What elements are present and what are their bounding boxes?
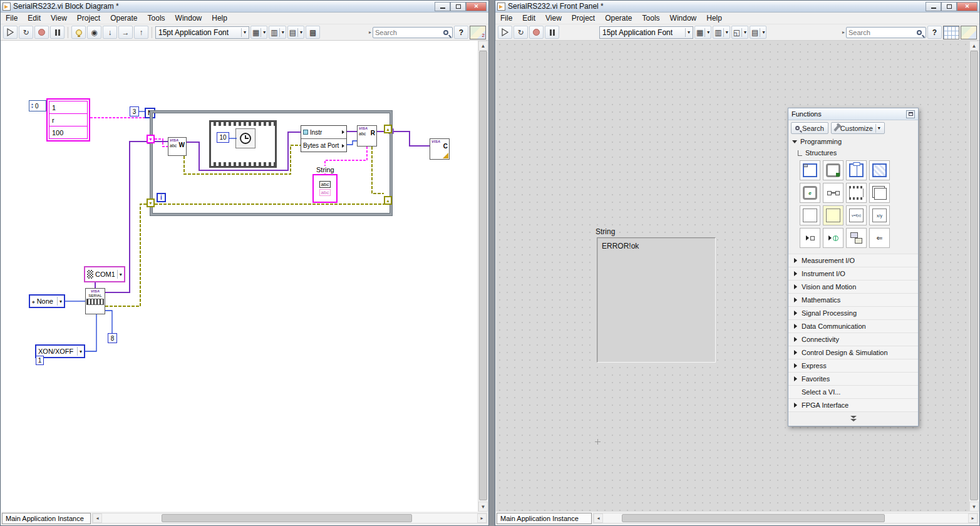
minimize-button[interactable] [435,2,450,11]
palette-search-button[interactable]: Search [791,122,828,134]
palette-subpalette-structures[interactable]: Structures [788,147,918,158]
resize-objects-button[interactable]: ◱▾ [731,26,748,39]
step-over-button[interactable]: → [118,26,133,39]
shared-variable-icon[interactable] [823,183,843,203]
wait-ms-function[interactable] [235,128,255,148]
menu-file[interactable]: File [1,13,23,24]
context-help-button[interactable]: ? [927,26,942,39]
context-help-button[interactable]: ? [454,26,468,39]
visa-read-function[interactable]: VISA abc R [357,125,377,147]
menu-edit[interactable]: Edit [517,13,540,24]
reorder-objects-button[interactable]: ▤▾ [287,26,304,39]
menu-tools[interactable]: Tools [143,13,170,24]
align-objects-button[interactable]: ▦▾ [694,26,711,39]
shift-register-left-string[interactable]: ▼ [147,135,155,143]
scrollbar-thumb[interactable] [479,51,487,500]
menu-tools[interactable]: Tools [637,13,665,24]
palette-expand-button[interactable] [788,411,918,426]
diagram-disable-icon[interactable] [800,205,820,225]
close-button[interactable]: ✕ [466,2,487,11]
scroll-right-button[interactable]: ▸ [968,513,977,523]
application-instance-selector[interactable]: Main Application Instance [497,513,592,524]
menu-view[interactable]: View [540,13,567,24]
property-node-bytes-at-port[interactable]: Instr Bytes at Port [301,125,347,152]
global-variable-icon[interactable] [823,228,843,248]
wire-flow-control[interactable] [85,314,96,351]
front-panel-canvas[interactable]: String ERROR!ok Functions Search Customi… [496,41,970,512]
menu-project[interactable]: Project [72,13,105,24]
local-variable-icon[interactable] [800,228,820,248]
decorations-icon[interactable] [846,228,867,248]
wire-error[interactable] [105,204,147,306]
while-loop-icon[interactable] [823,160,843,180]
conditional-disable-icon[interactable]: x/y [869,205,890,225]
string-indicator-terminal[interactable]: abc abc [312,174,338,203]
menu-help[interactable]: Help [701,13,727,24]
visa-resource-name-constant[interactable]: COM1 ▾ [84,266,125,282]
clean-up-diagram-button[interactable]: ▩ [306,26,320,39]
block-diagram-titlebar[interactable]: SerialRS232.vi Block Diagram * ✕ [1,1,488,13]
visa-close-function[interactable]: VISA C [430,138,450,160]
shift-register-right-error[interactable]: ▲ [384,196,392,205]
shift-register-right-error[interactable]: ▲ [384,125,392,133]
palette-category-instrument-io[interactable]: Instrument I/O [788,267,918,280]
menu-file[interactable]: File [495,13,517,24]
functions-palette[interactable]: Functions Search Customize ▾ [788,108,919,426]
palette-category-programming[interactable]: Programming [788,136,918,147]
palette-category-mathematics[interactable]: Mathematics [788,293,918,306]
property-node-header[interactable]: Instr [301,126,346,139]
menu-project[interactable]: Project [567,13,600,24]
highlight-execution-button[interactable] [71,26,86,39]
run-button[interactable] [3,26,18,39]
array-index-box[interactable]: ▲▼ 0 [29,100,46,111]
palette-customize-button[interactable]: Customize ▾ [831,122,885,134]
scroll-down-button[interactable]: ▼ [478,502,488,512]
property-node-property-row[interactable]: Bytes at Port [301,139,346,152]
event-structure-icon[interactable]: e [800,183,820,203]
scroll-right-button[interactable]: ▸ [477,513,487,523]
maximize-button[interactable] [941,2,957,11]
scroll-up-button[interactable]: ▲ [478,41,488,51]
menu-operate[interactable]: Operate [600,13,637,24]
retain-wire-values-button[interactable]: ◉ [87,26,101,39]
data-bits-constant[interactable]: 8 [108,333,117,343]
palette-category-data-communication[interactable]: Data Communication [788,319,918,333]
pause-button[interactable] [545,26,559,39]
for-loop-icon[interactable] [800,160,820,180]
abort-button[interactable] [529,26,544,39]
palette-category-control-design[interactable]: Control Design & Simulation [788,346,918,359]
visa-write-function[interactable]: VISA abc W [168,137,187,156]
flat-sequence-icon[interactable] [846,183,867,203]
mathscript-node-icon[interactable]: v=f(x) [846,205,867,225]
wire-string-array[interactable] [90,118,150,135]
block-diagram-canvas[interactable]: ▲▼ 0 1 r 100 3 N ▼ ▼ ▲ ▲ i 10 [1,41,479,512]
align-objects-button[interactable]: ▦▾ [250,26,267,39]
vertical-scrollbar[interactable]: ▲ ▼ [969,41,979,512]
reorder-objects-button[interactable]: ▤▾ [750,26,766,39]
search-input[interactable] [848,29,917,36]
string-indicator[interactable]: ERROR!ok [597,237,716,363]
palette-category-express[interactable]: Express [788,359,918,372]
search-box[interactable] [373,27,453,38]
string-array-constant[interactable]: 1 r 100 [46,98,90,142]
array-element[interactable]: 100 [49,126,88,139]
vi-icon-pane[interactable] [961,26,977,39]
chevron-down-icon[interactable]: ▾ [57,297,62,306]
menu-window[interactable]: Window [170,13,207,24]
palette-category-fpga-interface[interactable]: FPGA Interface [788,398,918,411]
palette-category-favorites[interactable]: Favorites [788,372,918,385]
menu-window[interactable]: Window [665,13,702,24]
scroll-left-button[interactable]: ◂ [93,513,102,523]
iteration-terminal[interactable]: i [157,193,166,202]
palette-category-signal-processing[interactable]: Signal Processing [788,306,918,319]
front-panel-titlebar[interactable]: SerialRS232.vi Front Panel * ✕ [495,1,979,13]
abort-button[interactable] [34,26,49,39]
connector-pane-icon[interactable] [943,26,959,39]
chevron-down-icon[interactable]: ▾ [117,270,122,279]
font-selector[interactable]: 15pt Application Font ▾ [599,26,693,39]
maximize-button[interactable] [450,2,466,11]
chevron-down-icon[interactable]: ▾ [77,347,82,356]
run-button[interactable] [498,26,512,39]
palette-titlebar[interactable]: Functions [788,108,918,120]
scrollbar-thumb[interactable] [970,51,978,500]
